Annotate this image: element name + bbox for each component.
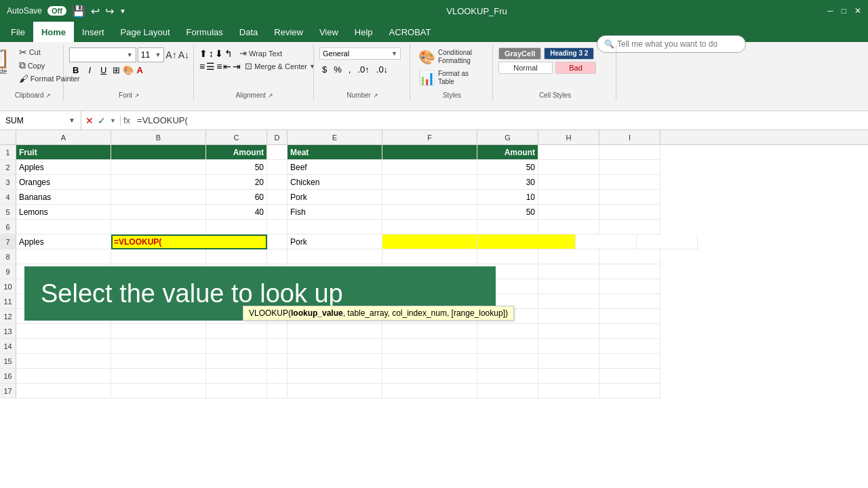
cell-c6[interactable]: [206, 220, 267, 235]
cell-a6[interactable]: [16, 220, 111, 235]
text-direction-button[interactable]: ↰: [224, 48, 233, 59]
cell-e13[interactable]: [288, 324, 382, 339]
alignment-expand-icon[interactable]: ↗: [268, 92, 273, 99]
cell-b3[interactable]: [111, 175, 206, 190]
formula-input[interactable]: =VLOOKUP(: [133, 115, 868, 125]
cell-i17[interactable]: [599, 384, 660, 399]
col-header-d[interactable]: D: [267, 130, 288, 144]
cell-a14[interactable]: [16, 339, 111, 354]
cell-e5[interactable]: Fish: [288, 205, 382, 220]
cell-b15[interactable]: [111, 354, 206, 369]
cell-g13[interactable]: [477, 324, 538, 339]
percent-button[interactable]: %: [331, 64, 344, 75]
cell-g6[interactable]: [477, 220, 538, 235]
cell-a13[interactable]: [16, 324, 111, 339]
cell-i16[interactable]: [599, 369, 660, 384]
cell-g3[interactable]: 30: [477, 175, 538, 190]
cell-h6[interactable]: [538, 220, 599, 235]
cell-b1[interactable]: [111, 145, 206, 160]
col-header-i[interactable]: I: [599, 130, 660, 144]
cell-i6[interactable]: [599, 220, 660, 235]
cell-b16[interactable]: [111, 369, 206, 384]
cell-i2[interactable]: [599, 160, 660, 175]
cell-h4[interactable]: [538, 190, 599, 205]
comma-button[interactable]: ,: [346, 64, 354, 75]
confirm-formula-button[interactable]: ✓: [98, 115, 106, 126]
cell-d15[interactable]: [267, 354, 288, 369]
cell-d2[interactable]: [267, 160, 288, 175]
cell-d1[interactable]: [267, 145, 288, 160]
cell-a8[interactable]: [16, 249, 111, 264]
cell-i1[interactable]: [599, 145, 660, 160]
cell-a4[interactable]: Bananas: [16, 190, 111, 205]
cell-g1[interactable]: Amount: [477, 145, 538, 160]
cell-c15[interactable]: [206, 354, 267, 369]
cell-f4[interactable]: [382, 190, 477, 205]
cell-d16[interactable]: [267, 369, 288, 384]
cell-g15[interactable]: [477, 354, 538, 369]
cancel-formula-button[interactable]: ✕: [85, 115, 94, 126]
cell-h7[interactable]: [576, 235, 637, 249]
cell-b5[interactable]: [111, 205, 206, 220]
cell-g2[interactable]: 50: [477, 160, 538, 175]
cell-e15[interactable]: [288, 354, 382, 369]
cell-h11[interactable]: [538, 294, 599, 309]
cell-h16[interactable]: [538, 369, 599, 384]
cell-f1[interactable]: [382, 145, 477, 160]
cell-c16[interactable]: [206, 369, 267, 384]
cell-i8[interactable]: [599, 249, 660, 264]
cell-g17[interactable]: [477, 384, 538, 399]
cell-h2[interactable]: [538, 160, 599, 175]
col-header-g[interactable]: G: [477, 130, 538, 144]
cell-d14[interactable]: [267, 339, 288, 354]
cell-h5[interactable]: [538, 205, 599, 220]
cell-i5[interactable]: [599, 205, 660, 220]
cell-d6[interactable]: [267, 220, 288, 235]
cell-d4[interactable]: [267, 190, 288, 205]
cell-e7[interactable]: Pork: [288, 235, 382, 249]
cell-i14[interactable]: [599, 339, 660, 354]
menu-acrobat[interactable]: ACROBAT: [381, 22, 439, 42]
cell-f7[interactable]: [382, 235, 477, 249]
cell-i9[interactable]: [599, 264, 660, 279]
cell-a7[interactable]: Apples: [16, 235, 111, 249]
wrap-text-button[interactable]: ⇥ Wrap Text: [237, 47, 285, 59]
cell-b6[interactable]: [111, 220, 206, 235]
cell-g8[interactable]: [477, 249, 538, 264]
cell-h12[interactable]: [538, 309, 599, 324]
cell-g14[interactable]: [477, 339, 538, 354]
align-bottom-button[interactable]: ⬇: [215, 48, 223, 59]
search-bar[interactable]: 🔍: [597, 35, 746, 53]
col-header-e[interactable]: E: [288, 130, 382, 144]
cell-e2[interactable]: Beef: [288, 160, 382, 175]
cell-g16[interactable]: [477, 369, 538, 384]
gray-cell-style[interactable]: GrayCell: [498, 47, 541, 60]
cell-d13[interactable]: [267, 324, 288, 339]
cell-g7[interactable]: [477, 235, 576, 249]
save-icon[interactable]: 💾: [72, 5, 85, 18]
menu-view[interactable]: View: [311, 22, 347, 42]
cell-i11[interactable]: [599, 294, 660, 309]
number-format-dropdown[interactable]: General ▼: [319, 47, 401, 60]
cell-a15[interactable]: [16, 354, 111, 369]
font-name-dropdown[interactable]: ▼: [69, 47, 136, 62]
redo-icon[interactable]: ↪: [105, 5, 114, 18]
cell-b13[interactable]: [111, 324, 206, 339]
cell-a17[interactable]: [16, 384, 111, 399]
font-expand-icon[interactable]: ↗: [134, 92, 140, 99]
cell-b14[interactable]: [111, 339, 206, 354]
cell-i12[interactable]: [599, 309, 660, 324]
cell-h17[interactable]: [538, 384, 599, 399]
increase-indent-button[interactable]: ⇥: [233, 61, 241, 72]
col-header-f[interactable]: F: [382, 130, 477, 144]
cell-f3[interactable]: [382, 175, 477, 190]
maximize-btn[interactable]: □: [842, 6, 846, 16]
border-button[interactable]: ⊞: [113, 65, 120, 75]
conditional-formatting-button[interactable]: 🎨 Conditional Formatting: [416, 47, 488, 66]
cell-b17[interactable]: [111, 384, 206, 399]
cell-e16[interactable]: [288, 369, 382, 384]
cell-d7[interactable]: [267, 235, 288, 249]
cell-h13[interactable]: [538, 324, 599, 339]
increase-decimal-button[interactable]: .0↑: [355, 64, 372, 75]
cell-c1[interactable]: Amount: [206, 145, 267, 160]
